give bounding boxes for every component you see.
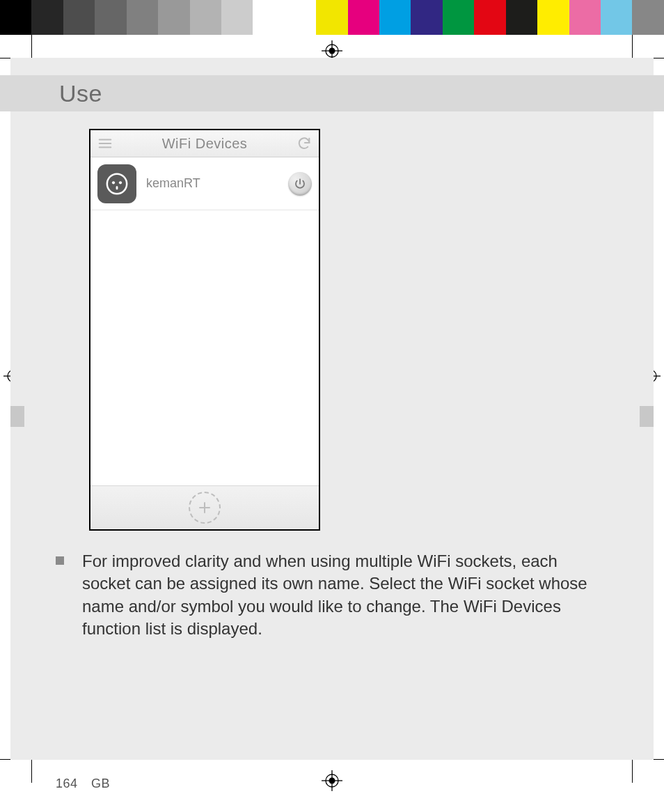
app-title: WiFi Devices (162, 136, 248, 152)
svg-rect-22 (116, 186, 118, 189)
app-header: WiFi Devices (90, 130, 319, 157)
bullet-icon (56, 556, 64, 565)
printer-color-bars (0, 0, 664, 35)
app-footer (90, 485, 319, 529)
svg-point-20 (112, 181, 115, 184)
section-title: Use (59, 80, 102, 107)
registration-mark-icon (322, 770, 342, 791)
power-toggle-button[interactable] (288, 172, 312, 196)
instruction-paragraph: For improved clarity and when using mult… (56, 550, 601, 641)
section-header: Use (0, 75, 664, 111)
svg-point-19 (107, 173, 127, 193)
hamburger-icon[interactable] (97, 136, 113, 151)
instruction-text: For improved clarity and when using mult… (82, 550, 601, 641)
side-accent (640, 406, 654, 427)
side-accent (10, 406, 24, 427)
region-code: GB (91, 776, 110, 790)
app-screenshot: WiFi Devices kemanRT (89, 129, 320, 531)
page-footer: 164 GB (56, 776, 110, 791)
page-number: 164 (56, 776, 78, 790)
add-device-button[interactable] (189, 492, 221, 524)
socket-icon (97, 164, 136, 203)
svg-point-21 (119, 181, 122, 184)
device-list-item[interactable]: kemanRT (90, 157, 319, 210)
device-name-label: kemanRT (146, 176, 278, 191)
refresh-icon[interactable] (297, 136, 312, 151)
